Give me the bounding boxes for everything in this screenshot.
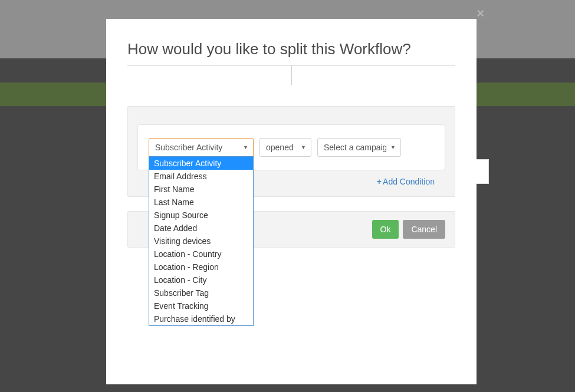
dropdown-option[interactable]: Location - Country [149,248,253,261]
caret-down-icon: ▼ [243,144,248,150]
dropdown-option[interactable]: First Name [149,183,253,196]
dropdown-option[interactable]: Visiting devices [149,235,253,248]
close-icon[interactable]: × [477,6,484,21]
dropdown-option[interactable]: Location - Region [149,261,253,274]
operator-select-value: opened [266,143,294,152]
dropdown-option[interactable]: Location - City [149,274,253,286]
caret-down-icon: ▼ [390,144,396,150]
plus-icon: + [377,177,382,186]
split-workflow-modal: How would you like to split this Workflo… [106,19,477,384]
field-select-dropdown: Subscriber ActivityEmail AddressFirst Na… [149,156,254,326]
field-select-value: Subscriber Activity [155,143,222,152]
campaign-select[interactable]: Select a campaign ▼ [317,138,401,157]
campaign-select-value: Select a campaign [324,143,386,152]
dropdown-option[interactable]: Event Tracking [149,299,253,312]
dropdown-option[interactable]: Subscriber Activity [149,157,253,170]
dropdown-option[interactable]: Last Name [149,196,253,209]
title-divider [127,65,455,85]
add-condition-link[interactable]: +Add Condition [377,177,435,186]
field-select[interactable]: Subscriber Activity ▼ [149,138,254,157]
dropdown-option[interactable]: Signup Source [149,209,253,222]
ok-button[interactable]: Ok [372,220,399,239]
conditions-panel: Subscriber Activity ▼ opened ▼ Select a … [127,106,455,197]
dropdown-option[interactable]: Purchase identified by [149,312,253,325]
dropdown-option[interactable]: Subscriber Tag [149,286,253,299]
cancel-button[interactable]: Cancel [403,220,445,239]
condition-row: Subscriber Activity ▼ opened ▼ Select a … [137,124,445,170]
dropdown-option[interactable]: Date Added [149,222,253,235]
operator-select[interactable]: opened ▼ [259,138,311,157]
add-condition-label: Add Condition [383,177,435,186]
dropdown-option[interactable]: Email Address [149,170,253,183]
modal-title: How would you like to split this Workflo… [127,40,455,58]
caret-down-icon: ▼ [301,144,306,150]
